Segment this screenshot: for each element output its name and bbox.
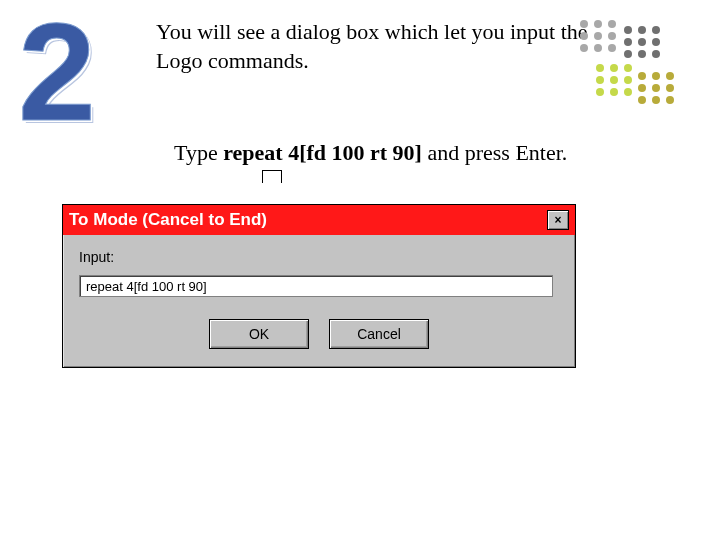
dialog-body: Input: OK Cancel <box>63 235 575 367</box>
step-number: 2 <box>18 2 96 142</box>
marker-icon <box>262 170 282 183</box>
dialog-titlebar: To Mode (Cancel to End) × <box>63 205 575 235</box>
close-icon: × <box>554 213 561 227</box>
ok-button[interactable]: OK <box>209 319 309 349</box>
instruction-text-2: Type repeat 4[fd 100 rt 90] and press En… <box>174 140 567 166</box>
instruction-2-post: and press Enter. <box>422 140 567 165</box>
cancel-button[interactable]: Cancel <box>329 319 429 349</box>
instruction-2-pre: Type <box>174 140 223 165</box>
decorative-dots <box>580 20 690 130</box>
close-button[interactable]: × <box>547 210 569 230</box>
input-label: Input: <box>79 249 559 265</box>
button-row: OK Cancel <box>79 319 559 349</box>
dialog-title: To Mode (Cancel to End) <box>69 210 267 230</box>
logo-input-dialog: To Mode (Cancel to End) × Input: OK Canc… <box>62 204 576 368</box>
instruction-text-1: You will see a dialog box which let you … <box>156 18 596 75</box>
instruction-2-command: repeat 4[fd 100 rt 90] <box>223 140 422 165</box>
command-input[interactable] <box>79 275 553 297</box>
